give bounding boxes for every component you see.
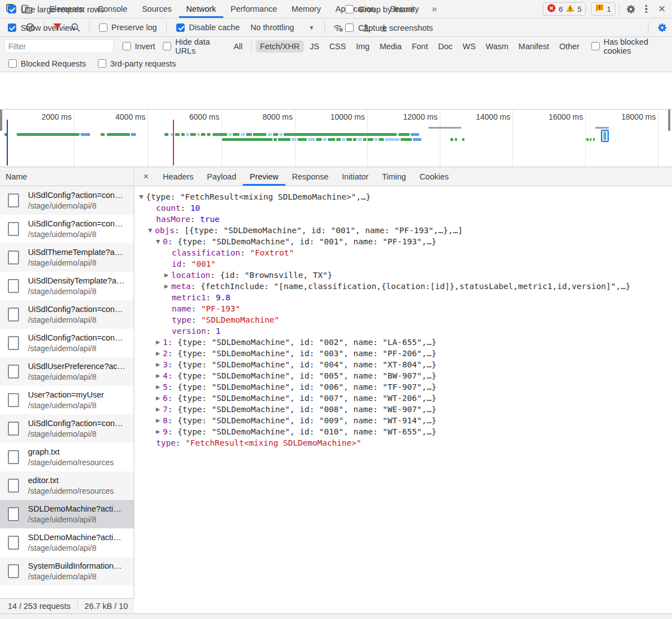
horizontal-scrollbar-track[interactable] — [0, 613, 672, 619]
expander-right-icon[interactable]: ▶ — [154, 426, 162, 437]
tree-row[interactable]: metric1: 9.8 — [135, 292, 672, 303]
request-row[interactable]: SDLDemoMachine?acti…/stage/uidemo/api/8 — [0, 528, 134, 557]
filter-type-doc[interactable]: Doc — [434, 40, 457, 53]
request-row[interactable]: UiSdlConfig?action=con…/stage/uidemo/api… — [0, 186, 134, 215]
tree-row[interactable]: type: "SDLDemoMachine" — [135, 314, 672, 325]
expander-right-icon[interactable]: ▶ — [154, 404, 162, 415]
detail-tab-response[interactable]: Response — [285, 167, 335, 186]
request-activity-segment — [229, 133, 232, 136]
request-row[interactable]: UiSdlConfig?action=con…/stage/uidemo/api… — [0, 414, 134, 443]
group-by-frame-checkbox[interactable]: Group by frame — [345, 0, 415, 18]
tree-row[interactable]: ▶7: {type: "SDLDemoMachine", id: "008", … — [135, 404, 672, 415]
show-overview-checkbox[interactable]: Show overview — [8, 18, 76, 37]
expander-right-icon[interactable]: ▶ — [154, 415, 162, 426]
request-row[interactable]: SystemBuildInformation…/stage/uidemo/api… — [0, 557, 134, 585]
third-party-requests-checkbox[interactable]: 3rd-party requests — [98, 59, 176, 68]
detail-tab-timing[interactable]: Timing — [375, 167, 413, 186]
tree-token: classification — [172, 248, 240, 257]
tree-row[interactable]: ▼{type: "FetchResult<mixing SDLDemoMachi… — [135, 191, 672, 202]
tree-row[interactable]: ▶location: {id: "Brownsville, TX"} — [135, 270, 672, 281]
request-row[interactable]: SDLDemoMachine?acti…/stage/uidemo/api/8 — [0, 500, 134, 528]
tree-row[interactable]: ▶meta: {fetchInclude: "[name,classificat… — [135, 281, 672, 292]
filter-type-all[interactable]: All — [229, 40, 247, 53]
request-activity-segment — [450, 138, 453, 141]
filter-input[interactable] — [4, 39, 114, 53]
detail-tab-initiator[interactable]: Initiator — [335, 167, 375, 186]
network-overview-timeline[interactable]: 2000 ms4000 ms6000 ms8000 ms10000 ms1200… — [0, 109, 672, 167]
tree-token: {type: "SDLDemoMachine", id: "003", name… — [177, 349, 436, 358]
tree-token: : — [240, 248, 250, 257]
expander-down-icon[interactable]: ▼ — [138, 191, 145, 202]
filter-type-media[interactable]: Media — [375, 40, 406, 53]
request-row[interactable]: User?action=myUser/stage/uidemo/api/8 — [0, 386, 134, 414]
expander-right-icon[interactable]: ▶ — [154, 359, 162, 370]
filter-type-other[interactable]: Other — [554, 40, 584, 53]
tree-row[interactable]: ▼0: {type: "SDLDemoMachine", id: "001", … — [135, 236, 672, 247]
request-row[interactable]: UiSdlConfig?action=con…/stage/uidemo/api… — [0, 300, 134, 329]
filter-type-css[interactable]: CSS — [325, 40, 350, 53]
hide-data-urls-checkbox[interactable]: Hide data URLs — [163, 37, 224, 55]
expander-right-icon[interactable]: ▶ — [154, 370, 162, 381]
expander-down-icon[interactable]: ▼ — [147, 225, 154, 236]
request-row[interactable]: UiSdlUserPreference?ac…/stage/uidemo/api… — [0, 357, 134, 386]
close-detail-icon[interactable]: × — [142, 171, 151, 182]
request-row[interactable]: UiSdlThemeTemplate?a…/stage/uidemo/api/8 — [0, 243, 134, 272]
detail-tab-headers[interactable]: Headers — [156, 167, 200, 186]
filter-type-js[interactable]: JS — [305, 40, 323, 53]
tree-row[interactable]: ▶1: {type: "SDLDemoMachine", id: "002", … — [135, 337, 672, 348]
tree-row[interactable]: ▶2: {type: "SDLDemoMachine", id: "003", … — [135, 348, 672, 359]
tree-row[interactable]: hasMore: true — [135, 214, 672, 225]
filter-type-ws[interactable]: WS — [458, 40, 480, 53]
filter-type-fetch-xhr[interactable]: Fetch/XHR — [256, 40, 304, 53]
tree-row[interactable]: name: "PF-193" — [135, 303, 672, 314]
tree-row[interactable]: ▶8: {type: "SDLDemoMachine", id: "009", … — [135, 415, 672, 426]
request-activity-segment — [346, 138, 352, 141]
capture-screenshots-checkbox[interactable]: Capture screenshots — [345, 18, 433, 37]
tree-row[interactable]: ▶5: {type: "SDLDemoMachine", id: "006", … — [135, 381, 672, 393]
request-row[interactable]: UiSdlConfig?action=con…/stage/uidemo/api… — [0, 215, 134, 243]
expander-right-icon[interactable]: ▶ — [163, 281, 170, 292]
expander-right-icon[interactable]: ▶ — [154, 381, 162, 393]
checkbox-unchecked — [591, 42, 600, 50]
tree-row[interactable]: ▶6: {type: "SDLDemoMachine", id: "007", … — [135, 393, 672, 404]
tree-token: type — [172, 315, 191, 324]
filter-type-font[interactable]: Font — [407, 40, 433, 53]
request-path: /stage/uidemo/api/8 — [28, 229, 123, 240]
request-activity-segment — [462, 138, 464, 141]
tree-row[interactable]: count: 10 — [135, 202, 672, 214]
tree-row[interactable]: id: "001" — [135, 258, 672, 270]
request-row[interactable]: graph.txt/stage/uidemo/resources — [0, 443, 134, 471]
overview-zoom-handle-left[interactable] — [0, 110, 2, 131]
blocked-requests-checkbox[interactable]: Blocked Requests — [8, 59, 86, 68]
expander-right-icon[interactable]: ▶ — [154, 393, 162, 404]
filter-type-img[interactable]: Img — [351, 40, 374, 53]
filter-type-wasm[interactable]: Wasm — [481, 40, 513, 53]
detail-tab-payload[interactable]: Payload — [200, 167, 243, 186]
tree-row[interactable]: classification: "Foxtrot" — [135, 247, 672, 258]
request-row[interactable]: editor.txt/stage/uidemo/resources — [0, 471, 134, 500]
tree-row[interactable]: ▼objs: [{type: "SDLDemoMachine", id: "00… — [135, 225, 672, 236]
detail-tab-preview[interactable]: Preview — [243, 167, 285, 186]
tree-row[interactable]: version: 1 — [135, 325, 672, 337]
invert-checkbox[interactable]: Invert — [123, 42, 155, 51]
request-row[interactable]: UiSdlDensityTemplate?a…/stage/uidemo/api… — [0, 272, 134, 300]
overview-zoom-handle-right[interactable] — [668, 110, 670, 131]
expander-right-icon[interactable]: ▶ — [163, 270, 170, 281]
name-column-header[interactable]: Name — [0, 167, 134, 186]
use-large-request-rows-checkbox[interactable]: Use large request rows — [8, 0, 104, 18]
request-activity-segment — [374, 138, 378, 141]
tree-row[interactable]: type: "FetchResult<mixing SDLDemoMachine… — [135, 437, 672, 448]
tree-row[interactable]: ▶9: {type: "SDLDemoMachine", id: "010", … — [135, 426, 672, 437]
detail-tab-cookies[interactable]: Cookies — [413, 167, 455, 186]
request-row[interactable]: UiSdlConfig?action=con…/stage/uidemo/api… — [0, 329, 134, 357]
request-name: UiSdlConfig?action=con… — [28, 304, 123, 315]
request-text: User?action=myUser/stage/uidemo/api/8 — [28, 390, 104, 411]
request-path: /stage/uidemo/api/8 — [28, 571, 122, 582]
tree-row[interactable]: ▶4: {type: "SDLDemoMachine", id: "005", … — [135, 370, 672, 381]
expander-right-icon[interactable]: ▶ — [154, 337, 162, 348]
has-blocked-cookies-checkbox[interactable]: Has blocked cookies — [591, 37, 668, 55]
tree-row[interactable]: ▶3: {type: "SDLDemoMachine", id: "004", … — [135, 359, 672, 370]
expander-right-icon[interactable]: ▶ — [154, 348, 162, 359]
filter-type-manifest[interactable]: Manifest — [514, 40, 554, 53]
expander-down-icon[interactable]: ▼ — [154, 236, 162, 247]
